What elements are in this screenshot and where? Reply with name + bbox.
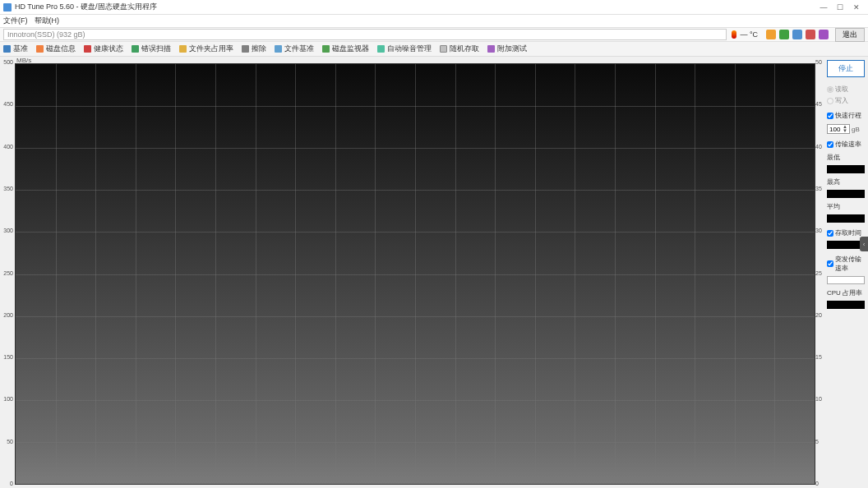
y-right-tick: 35 <box>815 185 822 191</box>
y-right-tick: 20 <box>815 311 822 317</box>
max-value <box>827 190 865 198</box>
min-label: 最低 <box>827 153 865 162</box>
copy-screenshot-icon[interactable] <box>766 30 776 39</box>
tab-2[interactable]: 健康状态 <box>84 44 123 54</box>
menu-file[interactable]: 文件(F) <box>3 16 28 26</box>
y-right-tick: 25 <box>815 269 822 275</box>
y-left-tick: 450 <box>3 101 13 107</box>
tab-label: 错误扫描 <box>141 44 171 54</box>
max-label: 最高 <box>827 177 865 186</box>
y-right-tick: 50 <box>815 59 822 65</box>
cpu-value <box>827 301 865 309</box>
y-left-tick: 300 <box>3 228 13 233</box>
tab-8[interactable]: 自动噪音管理 <box>377 44 432 54</box>
burst-rate-check[interactable]: 突发传输速率 <box>827 255 865 273</box>
ico-info-icon <box>36 45 44 53</box>
min-value <box>827 165 865 173</box>
tab-label: 附加测试 <box>497 44 527 54</box>
ico-fileb-icon <box>275 45 282 53</box>
tab-label: 自动噪音管理 <box>387 44 432 54</box>
thermometer-icon <box>732 30 736 39</box>
cpu-label: CPU 占用率 <box>827 288 865 297</box>
tab-0[interactable]: 基准 <box>3 44 28 54</box>
maximize-button[interactable]: ☐ <box>832 2 848 13</box>
transfer-rate-check[interactable]: 传输速率 <box>827 140 865 149</box>
tab-label: 健康状态 <box>94 44 123 54</box>
access-time-check[interactable]: 存取时间 <box>827 228 865 237</box>
avg-value <box>827 214 865 223</box>
y-left-tick: 200 <box>3 311 13 317</box>
tab-label: 基准 <box>13 44 28 54</box>
short-stroke-value[interactable]: 100 ▲▼ <box>827 124 850 134</box>
ico-extra-icon <box>487 45 495 53</box>
app-icon <box>3 3 12 12</box>
save-log-icon[interactable] <box>819 30 829 39</box>
short-stroke-unit: gB <box>852 126 860 133</box>
tab-7[interactable]: 磁盘监视器 <box>322 44 369 54</box>
y-left-tick: 150 <box>3 354 13 360</box>
radio-read[interactable]: 读取 <box>827 85 865 94</box>
tab-label: 文件基准 <box>284 44 314 54</box>
y-left-tick: 500 <box>3 59 13 65</box>
tab-4[interactable]: 文件夹占用率 <box>179 44 233 54</box>
exit-button[interactable]: 退出 <box>835 28 865 42</box>
radio-write[interactable]: 写入 <box>827 96 865 105</box>
y-left-tick: 100 <box>3 396 13 402</box>
y-right-tick: 30 <box>815 228 822 233</box>
y-axis-left: 500450400350300250200150100500 <box>2 62 13 483</box>
menu-help[interactable]: 帮助(H) <box>35 16 60 26</box>
window-title: HD Tune Pro 5.60 - 硬盘/固态硬盘实用程序 <box>15 2 815 12</box>
y-right-tick: 0 <box>815 481 819 486</box>
avg-label: 平均 <box>827 202 865 211</box>
tab-10[interactable]: 附加测试 <box>487 44 527 54</box>
ico-monitor-icon <box>322 45 330 53</box>
tab-9[interactable]: 随机存取 <box>440 44 479 54</box>
save-screenshot-icon[interactable] <box>779 30 789 39</box>
spinner-arrows-icon[interactable]: ▲▼ <box>843 125 847 133</box>
tab-1[interactable]: 磁盘信息 <box>36 44 76 54</box>
stop-button[interactable]: 停止 <box>827 60 865 77</box>
y-right-tick: 15 <box>815 354 822 360</box>
burst-rate-value <box>827 276 865 284</box>
y-left-tick: 50 <box>7 438 13 444</box>
ico-folder-icon <box>179 45 187 53</box>
y-left-tick: 350 <box>3 185 13 191</box>
short-stroke-check[interactable]: 快速行程 <box>827 111 865 120</box>
copy-info-icon[interactable] <box>792 30 802 39</box>
y-left-tick: 250 <box>3 269 13 275</box>
tab-6[interactable]: 文件基准 <box>275 44 314 54</box>
minimize-button[interactable]: — <box>815 2 832 13</box>
y-right-tick: 10 <box>815 396 822 402</box>
ico-aam-icon <box>377 45 385 53</box>
tab-label: 随机存取 <box>450 44 479 54</box>
drive-select-value: Innotron(SSD) (932 gB) <box>7 30 85 39</box>
y-left-tick: 400 <box>3 143 13 149</box>
ico-erase-icon <box>242 45 249 53</box>
temperature-value: — °C <box>740 30 758 39</box>
y-axis-right: 50454035302520151050 <box>815 62 825 483</box>
ico-random-icon <box>440 45 447 53</box>
tab-5[interactable]: 擦除 <box>242 44 266 54</box>
ico-bench-icon <box>3 45 11 53</box>
ico-health-icon <box>84 45 91 53</box>
tab-label: 磁盘信息 <box>46 44 76 54</box>
tab-label: 文件夹占用率 <box>189 44 233 54</box>
tab-3[interactable]: 错误扫描 <box>132 44 171 54</box>
tab-label: 磁盘监视器 <box>332 44 369 54</box>
y-right-tick: 5 <box>815 438 819 444</box>
close-button[interactable]: ✕ <box>848 2 865 13</box>
tab-label: 擦除 <box>252 44 266 54</box>
side-drawer-tab[interactable]: ‹ <box>860 237 868 251</box>
drive-select[interactable]: Innotron(SSD) (932 gB) <box>3 29 727 40</box>
y-left-tick: 0 <box>10 481 13 486</box>
y-right-tick: 40 <box>815 143 822 149</box>
y-right-tick: 45 <box>815 101 822 107</box>
ico-scan-icon <box>132 45 139 53</box>
benchmark-chart <box>15 63 815 485</box>
options-icon[interactable] <box>806 30 815 39</box>
